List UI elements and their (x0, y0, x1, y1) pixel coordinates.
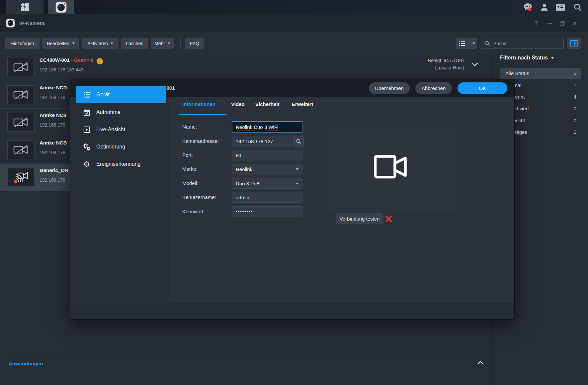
model-select[interactable]: Duo 3 PoE (232, 178, 302, 189)
tab-video[interactable]: Video (231, 101, 245, 107)
status-filter-alle-status[interactable]: Alle Status 5 (500, 68, 581, 79)
edit-camera-dialog: Kamera bearbeiten - Generic_ONVIF-001 ? … (70, 79, 515, 320)
gears-icon (83, 143, 91, 150)
ok-button[interactable]: OK (458, 82, 507, 94)
camera-ip: 192.168.178 (40, 122, 65, 128)
name-field[interactable]: Reolink Duo 3 WiFi (232, 121, 302, 133)
tab-informationen[interactable]: Informationen (182, 101, 215, 107)
more-button[interactable]: Mehr (151, 38, 174, 49)
user-icon[interactable] (540, 3, 549, 12)
dialog-nav-item-aufnahme[interactable]: Aufnahme (76, 105, 166, 120)
chevron-down-icon (551, 57, 554, 59)
panel-toggle-icon (570, 40, 578, 47)
dialog-nav-item-geraet[interactable]: Gerät (76, 86, 166, 103)
camera-thumbnail (7, 168, 35, 187)
list-view-icon[interactable] (456, 38, 468, 49)
storage-used: Belegt: 94.5 (GB) (428, 57, 464, 64)
port-label: Port: (182, 152, 193, 158)
camera-address-label: Kameraadresse: (182, 138, 219, 144)
status-count: 4 (574, 94, 576, 100)
camera-thumbnail (7, 85, 35, 104)
warning-icon[interactable]: ! (97, 58, 103, 64)
camera-ip: 192.168.178 (40, 177, 65, 183)
row-expand-icon[interactable] (471, 62, 478, 66)
brand-select[interactable]: Reolink (232, 164, 302, 174)
taskbar (0, 0, 588, 14)
status-filter-title[interactable]: Filtern nach Status (500, 55, 554, 61)
status-count: 0 (574, 118, 576, 123)
applications-divider (6, 358, 485, 358)
sidebar-toggle-button[interactable] (567, 38, 581, 49)
status-text: Getrennt (74, 57, 93, 63)
camera-off-icon (12, 116, 30, 129)
tab-erweitert[interactable]: Erweitert (292, 101, 313, 107)
name-label: Name: (182, 124, 197, 130)
applications-link[interactable]: Anwendungen (9, 361, 43, 366)
camera-ip: 192.168.178.183:443 (40, 67, 83, 72)
camera-name: Generic_ON (40, 167, 68, 173)
status-count: 0 (574, 129, 576, 135)
camera-off-icon (12, 61, 30, 73)
recording-calendar-icon (83, 109, 91, 116)
active-tab-underline (179, 114, 226, 115)
camera-row-cc400w[interactable]: CC400W-001 - Getrennt! 192.168.178.183:4… (0, 53, 491, 81)
password-field[interactable] (232, 206, 302, 217)
dialog-footer (70, 302, 514, 319)
restore-icon[interactable] (557, 14, 567, 32)
view-mode-button[interactable] (456, 38, 477, 49)
surveillance-app-tab[interactable] (48, 0, 74, 14)
edit-button[interactable]: Bearbeiten (42, 38, 79, 49)
faq-button[interactable]: FAQ (185, 38, 204, 49)
camera-search-box[interactable] (481, 38, 564, 49)
dialog-nav-item-optimierung[interactable]: Optimierung (76, 139, 166, 154)
activate-button[interactable]: Aktivieren (82, 38, 119, 49)
camera-name: CC400W-001 - Getrennt! (40, 57, 103, 64)
minimize-icon[interactable] (545, 14, 554, 32)
search-input[interactable] (493, 41, 560, 47)
cancel-button[interactable]: Abbrechen (415, 82, 452, 94)
chevron-down-icon (296, 183, 298, 184)
chat-icon[interactable] (523, 3, 532, 12)
chevron-up-icon[interactable] (477, 361, 483, 364)
test-failed-icon (385, 215, 393, 223)
view-mode-menu-arrow[interactable] (470, 38, 477, 49)
camera-live-icon (12, 171, 30, 184)
test-connection-button[interactable]: Verbindung testen (336, 213, 383, 224)
toolbar-divider (180, 38, 181, 49)
camera-off-icon (12, 88, 30, 101)
main-menu-button[interactable] (6, 0, 43, 14)
tab-sicherheit[interactable]: Sicherheit (255, 101, 280, 107)
chevron-down-icon (168, 43, 170, 44)
brand-label: Marke: (182, 166, 198, 172)
widgets-icon[interactable] (556, 3, 565, 12)
dialog-nav-item-live-ansicht[interactable]: Live-Ansicht (76, 122, 166, 137)
storage-host: [Lokaler Host] (428, 64, 464, 71)
help-icon[interactable]: ? (532, 14, 541, 32)
camera-address-field[interactable] (232, 136, 292, 146)
dialog-nav-item-ereigniserkennung[interactable]: Ereigniserkennung (76, 156, 166, 172)
taskbar-divider (516, 2, 516, 12)
search-icon[interactable] (573, 3, 582, 12)
add-button[interactable]: Hinzufügen (5, 38, 40, 49)
model-label: Modell: (182, 180, 198, 186)
chevron-down-icon (111, 43, 113, 44)
camera-storage-info: Belegt: 94.5 (GB) [Lokaler Host] (428, 57, 464, 71)
address-search-button[interactable] (293, 136, 304, 146)
status-count: 5 (574, 70, 576, 76)
main-menu-icon (21, 3, 29, 11)
camera-ip: 192.168.178 (40, 95, 65, 100)
camera-name: Annke NCB (40, 140, 67, 145)
search-icon (484, 41, 490, 46)
camera-thumbnail (7, 141, 35, 159)
delete-button[interactable]: Löschen (121, 38, 148, 49)
apply-button[interactable]: Übernehmen (369, 82, 410, 94)
password-label: Kennwort: (182, 209, 205, 214)
camera-ip: 192.168.178 (40, 150, 65, 155)
camera-off-icon (12, 144, 30, 156)
camera-thumbnail (7, 58, 35, 76)
close-icon[interactable]: × (570, 14, 579, 32)
chevron-down-icon (296, 168, 298, 170)
username-field[interactable] (232, 192, 302, 203)
port-field[interactable] (232, 150, 302, 160)
window-titlebar: IP-Kamera ? × (0, 14, 588, 32)
